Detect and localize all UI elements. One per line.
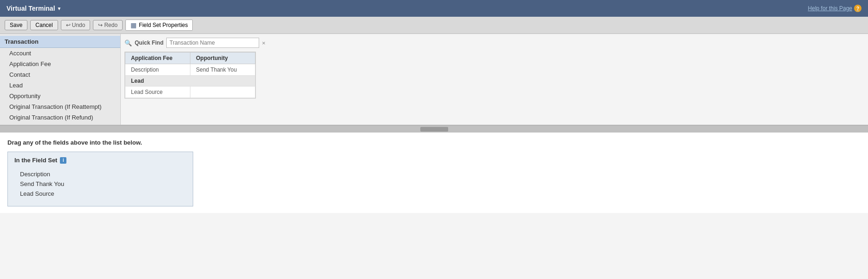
save-button[interactable]: Save xyxy=(5,20,27,30)
field-send-thank-you[interactable]: Send Thank You xyxy=(190,64,255,76)
right-panel: 🔍 Quick Find × Application Fee Opportuni… xyxy=(121,34,868,125)
drag-instruction: Drag any of the fields above into the li… xyxy=(7,139,861,146)
field-set-title-text: In the Field Set xyxy=(14,157,57,164)
help-link[interactable]: Help for this Page ? xyxy=(808,5,861,12)
quick-find-input[interactable] xyxy=(166,38,259,48)
sidebar-item-opportunity[interactable]: Opportunity xyxy=(0,91,120,101)
info-icon[interactable]: i xyxy=(60,157,66,164)
sidebar-item-application-fee[interactable]: Application Fee xyxy=(0,59,120,69)
sidebar-item-contact[interactable]: Contact xyxy=(0,69,120,80)
sidebar-item-label: Lead xyxy=(9,82,23,89)
toolbar: Save Cancel ↩ Undo ↪ Redo ▦ Field Set Pr… xyxy=(0,17,868,34)
app-title-text: Virtual Terminal xyxy=(7,5,55,12)
empty-cell xyxy=(190,86,255,98)
quick-find-bar: 🔍 Quick Find × xyxy=(124,38,864,48)
sidebar-item-account[interactable]: Account xyxy=(0,48,120,59)
undo-button[interactable]: ↩ Undo xyxy=(61,20,91,30)
quick-find-label: Quick Find xyxy=(135,40,163,46)
undo-label: Undo xyxy=(72,22,85,28)
redo-arrow-icon: ↪ xyxy=(98,22,103,28)
fields-grid: Application Fee Opportunity Description … xyxy=(124,52,256,99)
sidebar-item-label: Original Transaction (If Refund) xyxy=(9,114,93,121)
sidebar-item-label: Opportunity xyxy=(9,93,40,100)
table-row: Lead Source xyxy=(125,86,255,98)
col-header-application-fee[interactable]: Application Fee xyxy=(125,53,190,64)
redo-button[interactable]: ↪ Redo xyxy=(93,20,123,30)
list-item[interactable]: Description xyxy=(14,169,186,179)
list-item[interactable]: Send Thank You xyxy=(14,179,186,189)
scroll-thumb[interactable] xyxy=(420,127,448,132)
field-set-title: In the Field Set i xyxy=(14,157,186,164)
main-content-area: Transaction Account Application Fee Cont… xyxy=(0,34,868,125)
list-item[interactable]: Lead Source xyxy=(14,189,186,199)
horizontal-scrollbar[interactable] xyxy=(0,125,868,133)
search-icon: 🔍 xyxy=(124,40,132,46)
redo-label: Redo xyxy=(104,22,117,28)
sidebar-item-label: Application Fee xyxy=(9,60,51,67)
help-link-text: Help for this Page xyxy=(808,5,852,12)
app-title[interactable]: Virtual Terminal ▼ xyxy=(7,5,61,12)
field-set-icon: ▦ xyxy=(131,21,137,29)
sidebar-header[interactable]: Transaction xyxy=(0,36,120,48)
sidebar-item-label: Account xyxy=(9,50,31,57)
title-dropdown-arrow: ▼ xyxy=(57,6,62,11)
col-header-opportunity[interactable]: Opportunity xyxy=(190,53,255,64)
fields-table: Application Fee Opportunity Description … xyxy=(125,52,255,98)
table-row: Description Send Thank You xyxy=(125,64,255,76)
header-bar: Virtual Terminal ▼ Help for this Page ? xyxy=(0,0,868,17)
field-set-properties-label: Field Set Properties xyxy=(139,22,188,28)
field-lead-source[interactable]: Lead Source xyxy=(125,86,190,98)
cancel-button[interactable]: Cancel xyxy=(30,20,58,30)
sidebar-item-label: Original Transaction (If Reattempt) xyxy=(9,103,102,110)
sidebar: Transaction Account Application Fee Cont… xyxy=(0,34,121,125)
sidebar-item-label: Contact xyxy=(9,71,30,78)
field-set-list: Description Send Thank You Lead Source xyxy=(14,169,186,199)
clear-search-button[interactable]: × xyxy=(262,40,266,46)
sidebar-item-original-reattempt[interactable]: Original Transaction (If Reattempt) xyxy=(0,101,120,112)
lead-section-header-row: Lead xyxy=(125,76,255,86)
help-icon: ? xyxy=(854,5,861,12)
sidebar-item-original-refund[interactable]: Original Transaction (If Refund) xyxy=(0,112,120,123)
field-description[interactable]: Description xyxy=(125,64,190,76)
undo-arrow-icon: ↩ xyxy=(66,22,71,28)
field-set-box: In the Field Set i Description Send Than… xyxy=(7,152,193,206)
lead-section-header[interactable]: Lead xyxy=(125,76,255,86)
sidebar-item-lead[interactable]: Lead xyxy=(0,80,120,91)
field-set-properties-button[interactable]: ▦ Field Set Properties xyxy=(125,20,193,31)
bottom-section: Drag any of the fields above into the li… xyxy=(0,133,868,213)
